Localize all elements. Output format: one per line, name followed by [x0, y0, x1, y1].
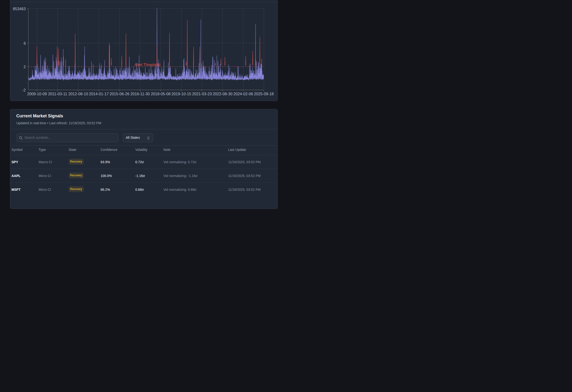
- svg-text:2018-05-08: 2018-05-08: [151, 92, 171, 96]
- svg-text:-2: -2: [22, 88, 26, 92]
- svg-text:6: 6: [24, 41, 26, 45]
- svg-text:2025-09-18: 2025-09-18: [254, 92, 274, 96]
- svg-text:2022-08-30: 2022-08-30: [213, 92, 233, 96]
- svg-text:2014-01-17: 2014-01-17: [89, 92, 109, 96]
- svg-text:2024-02-06: 2024-02-06: [234, 92, 253, 96]
- svg-text:2: 2: [24, 65, 26, 69]
- svg-text:2015-06-26: 2015-06-26: [110, 92, 129, 96]
- svg-text:2019-10-15: 2019-10-15: [171, 92, 191, 96]
- svg-text:853463: 853463: [13, 7, 26, 11]
- svg-text:2016-11-30: 2016-11-30: [130, 92, 150, 96]
- svg-text:Alert Threshold: Alert Threshold: [135, 63, 160, 67]
- svg-text:2009-10-09: 2009-10-09: [27, 92, 47, 96]
- svg-text:2011-03-11: 2011-03-11: [48, 92, 67, 96]
- svg-text:2012-08-10: 2012-08-10: [68, 92, 88, 96]
- svg-text:2021-03-23: 2021-03-23: [192, 92, 212, 96]
